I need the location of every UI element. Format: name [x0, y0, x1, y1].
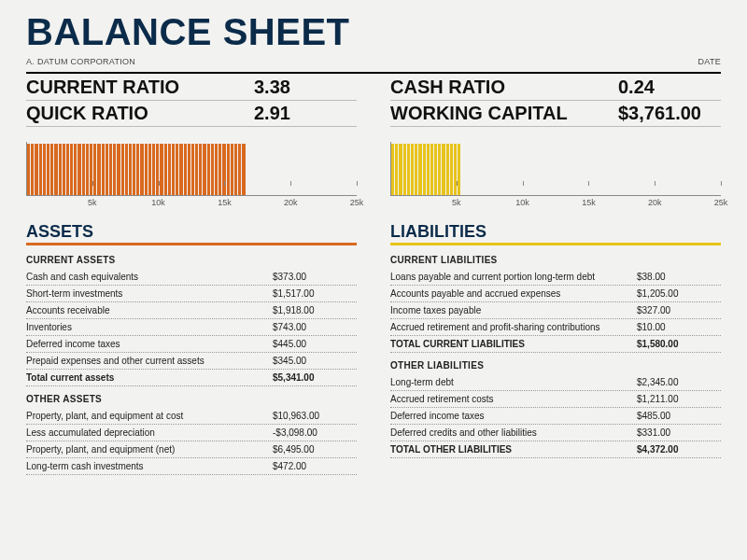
- line-value: $1,211.00: [637, 394, 721, 404]
- axis-tick: 5k: [452, 198, 461, 207]
- company-name: A. DATUM CORPORATION: [26, 57, 135, 66]
- line-value: -$3,098.00: [273, 427, 357, 438]
- line-label: Deferred credits and other liabilities: [390, 427, 537, 438]
- line-label: TOTAL CURRENT LIABILITIES: [390, 339, 525, 349]
- axis-tick: 10k: [515, 198, 529, 207]
- axis-tick: 5k: [88, 198, 97, 207]
- line-item: Less accumulated depreciation-$3,098.00: [26, 425, 357, 441]
- line-label: Accounts receivable: [26, 305, 110, 315]
- line-label: Prepaid expenses and other current asset…: [26, 356, 204, 366]
- line-item: Income taxes payable$327.00: [390, 302, 721, 319]
- ratios-left: CURRENT RATIO3.38QUICK RATIO2.91: [26, 75, 357, 127]
- line-label: Accrued retirement and profit-sharing co…: [390, 322, 600, 332]
- line-value: $345.00: [273, 356, 357, 366]
- line-label: Accrued retirement costs: [390, 394, 494, 404]
- chart-right: 5k10k15k20k25k: [390, 136, 721, 213]
- line-value: $445.00: [273, 339, 357, 349]
- line-value: $743.00: [273, 322, 357, 332]
- line-item: Prepaid expenses and other current asset…: [26, 353, 357, 370]
- ratio-value: 3.38: [254, 77, 357, 98]
- line-item: Accounts receivable$1,918.00: [26, 302, 357, 319]
- line-item: TOTAL CURRENT LIABILITIES$1,580.00: [390, 336, 721, 353]
- line-label: Deferred income taxes: [26, 339, 120, 349]
- ratio-value: 0.24: [618, 77, 721, 98]
- line-label: Property, plant, and equipment at cost: [26, 411, 183, 421]
- line-value: $1,918.00: [273, 305, 357, 315]
- line-value: $327.00: [637, 305, 721, 315]
- ratio-row: CURRENT RATIO3.38: [26, 75, 357, 101]
- axis-tick: 25k: [714, 198, 728, 207]
- line-item: Property, plant, and equipment (net)$6,4…: [26, 441, 357, 458]
- line-value: $4,372.00: [637, 444, 721, 455]
- group-title: CURRENT LIABILITIES: [390, 255, 721, 265]
- line-item: Accrued retirement costs$1,211.00: [390, 391, 721, 408]
- line-item: Property, plant, and equipment at cost$1…: [26, 408, 357, 425]
- line-item: Long-term cash investments$472.00: [26, 458, 357, 475]
- line-item: Cash and cash equivalents$373.00: [26, 269, 357, 286]
- axis-tick: 10k: [151, 198, 165, 207]
- line-value: $1,205.00: [637, 288, 721, 299]
- line-label: Total current assets: [26, 372, 114, 383]
- line-value: $331.00: [637, 427, 721, 438]
- axis-tick: 25k: [350, 198, 364, 207]
- line-item: Long-term debt$2,345.00: [390, 374, 721, 391]
- line-item: Short-term investments$1,517.00: [26, 286, 357, 302]
- ratio-row: WORKING CAPITAL$3,761.00: [390, 101, 721, 127]
- line-label: Cash and cash equivalents: [26, 272, 138, 282]
- ratio-value: $3,761.00: [618, 103, 721, 124]
- line-label: Short-term investments: [26, 288, 122, 299]
- ratio-label: WORKING CAPITAL: [390, 103, 568, 124]
- line-item: Inventories$743.00: [26, 319, 357, 336]
- chart-left: 5k10k15k20k25k: [26, 136, 357, 213]
- line-value: $472.00: [273, 461, 357, 471]
- line-value: $6,495.00: [273, 444, 357, 455]
- line-item: Deferred income taxes$445.00: [26, 336, 357, 353]
- line-label: Inventories: [26, 322, 72, 332]
- ratio-row: QUICK RATIO2.91: [26, 101, 357, 127]
- date-label: DATE: [698, 57, 721, 66]
- group-title: CURRENT ASSETS: [26, 255, 357, 265]
- line-value: $38.00: [637, 272, 721, 282]
- line-label: Less accumulated depreciation: [26, 427, 155, 438]
- line-item: Deferred income taxes$485.00: [390, 408, 721, 425]
- line-value: $1,517.00: [273, 288, 357, 299]
- axis-tick: 20k: [284, 198, 298, 207]
- axis-tick: 15k: [582, 198, 596, 207]
- ratio-label: CURRENT RATIO: [26, 77, 179, 98]
- line-value: $5,341.00: [273, 372, 357, 383]
- section-header: LIABILITIES: [390, 222, 721, 245]
- line-value: $373.00: [273, 272, 357, 282]
- axis-tick: 20k: [648, 198, 662, 207]
- line-value: $2,345.00: [637, 377, 721, 387]
- line-value: $10,963.00: [273, 411, 357, 421]
- line-label: Long-term debt: [390, 377, 454, 387]
- line-label: Loans payable and current portion long-t…: [390, 272, 595, 282]
- page-title: BALANCE SHEET: [26, 11, 721, 53]
- line-item: Accrued retirement and profit-sharing co…: [390, 319, 721, 336]
- liabilities-column: LIABILITIESCURRENT LIABILITIESLoans paya…: [390, 218, 721, 475]
- ratios-right: CASH RATIO0.24WORKING CAPITAL$3,761.00: [390, 75, 721, 127]
- group-title: OTHER LIABILITIES: [390, 360, 721, 371]
- line-label: Deferred income taxes: [390, 411, 485, 421]
- axis-tick: 15k: [218, 198, 232, 207]
- section-header: ASSETS: [26, 222, 357, 245]
- ratio-value: 2.91: [254, 103, 357, 124]
- line-item: Accounts payable and accrued expenses$1,…: [390, 286, 721, 302]
- line-label: Property, plant, and equipment (net): [26, 444, 175, 455]
- line-item: Deferred credits and other liabilities$3…: [390, 425, 721, 441]
- line-value: $10.00: [637, 322, 721, 332]
- line-value: $1,580.00: [637, 339, 721, 349]
- group-title: OTHER ASSETS: [26, 394, 357, 404]
- line-label: Income taxes payable: [390, 305, 481, 315]
- ratio-row: CASH RATIO0.24: [390, 75, 721, 101]
- line-label: Accounts payable and accrued expenses: [390, 288, 560, 299]
- line-label: TOTAL OTHER LIABILITIES: [390, 444, 512, 455]
- line-label: Long-term cash investments: [26, 461, 144, 471]
- assets-column: ASSETSCURRENT ASSETSCash and cash equiva…: [26, 218, 357, 475]
- line-item: Loans payable and current portion long-t…: [390, 269, 721, 286]
- line-item: Total current assets$5,341.00: [26, 370, 357, 386]
- ratio-label: CASH RATIO: [390, 77, 505, 98]
- line-value: $485.00: [637, 411, 721, 421]
- line-item: TOTAL OTHER LIABILITIES$4,372.00: [390, 441, 721, 458]
- ratio-label: QUICK RATIO: [26, 103, 148, 124]
